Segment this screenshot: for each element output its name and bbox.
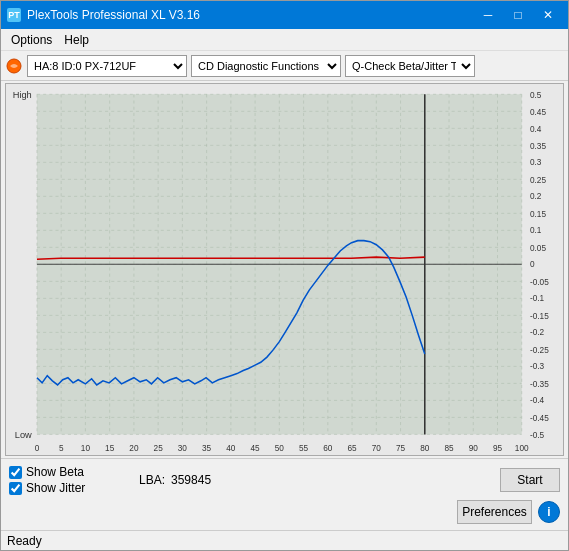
svg-text:20: 20 [129, 444, 139, 453]
test-select[interactable]: Q-Check Beta/Jitter Test [345, 55, 475, 77]
show-jitter-label: Show Jitter [26, 481, 85, 495]
svg-text:15: 15 [105, 444, 115, 453]
checkboxes: Show Beta Show Jitter [9, 465, 119, 495]
svg-text:40: 40 [226, 444, 236, 453]
toolbar: HA:8 ID:0 PX-712UF CD Diagnostic Functio… [1, 51, 568, 81]
svg-text:55: 55 [299, 444, 309, 453]
svg-text:80: 80 [420, 444, 430, 453]
svg-text:0.05: 0.05 [530, 244, 546, 253]
close-button[interactable]: ✕ [534, 5, 562, 25]
svg-text:-0.25: -0.25 [530, 346, 549, 355]
svg-text:70: 70 [372, 444, 382, 453]
svg-text:85: 85 [444, 444, 454, 453]
svg-text:0.2: 0.2 [530, 192, 542, 201]
svg-text:45: 45 [251, 444, 261, 453]
svg-text:-0.2: -0.2 [530, 328, 545, 337]
svg-text:75: 75 [396, 444, 406, 453]
svg-text:95: 95 [493, 444, 503, 453]
title-bar: PT PlexTools Professional XL V3.16 ─ □ ✕ [1, 1, 568, 29]
svg-text:30: 30 [178, 444, 188, 453]
svg-text:-0.1: -0.1 [530, 294, 545, 303]
status-text: Ready [7, 534, 42, 548]
svg-text:5: 5 [59, 444, 64, 453]
main-window: PT PlexTools Professional XL V3.16 ─ □ ✕… [0, 0, 569, 551]
svg-text:100: 100 [515, 444, 529, 453]
svg-text:65: 65 [347, 444, 357, 453]
svg-text:25: 25 [154, 444, 164, 453]
svg-text:-0.4: -0.4 [530, 396, 545, 405]
bottom-row-2: Preferences i [9, 500, 560, 524]
svg-text:-0.45: -0.45 [530, 414, 549, 423]
start-button[interactable]: Start [500, 468, 560, 492]
svg-text:50: 50 [275, 444, 285, 453]
chart-svg: High Low 0.5 0.45 0.4 0.35 0.3 0.25 0.2 … [6, 84, 563, 455]
svg-text:0.1: 0.1 [530, 226, 542, 235]
svg-text:-0.15: -0.15 [530, 312, 549, 321]
svg-text:-0.35: -0.35 [530, 380, 549, 389]
svg-text:0.35: 0.35 [530, 142, 546, 151]
window-title: PlexTools Professional XL V3.16 [27, 8, 474, 22]
drive-select[interactable]: HA:8 ID:0 PX-712UF [27, 55, 187, 77]
show-beta-label: Show Beta [26, 465, 84, 479]
lba-value: 359845 [171, 473, 211, 487]
svg-text:0: 0 [530, 260, 535, 269]
bottom-row-1: Show Beta Show Jitter LBA: 359845 Start [9, 465, 560, 495]
menu-help[interactable]: Help [58, 31, 95, 49]
svg-text:0.45: 0.45 [530, 108, 546, 117]
show-beta-row: Show Beta [9, 465, 119, 479]
svg-text:0: 0 [35, 444, 40, 453]
svg-text:60: 60 [323, 444, 333, 453]
menu-bar: Options Help [1, 29, 568, 51]
svg-text:-0.5: -0.5 [530, 432, 545, 441]
svg-text:0.4: 0.4 [530, 125, 542, 134]
app-icon: PT [7, 8, 21, 22]
show-beta-checkbox[interactable] [9, 466, 22, 479]
function-select[interactable]: CD Diagnostic Functions [191, 55, 341, 77]
svg-text:0.15: 0.15 [530, 210, 546, 219]
svg-text:10: 10 [81, 444, 91, 453]
maximize-button[interactable]: □ [504, 5, 532, 25]
info-button[interactable]: i [538, 501, 560, 523]
svg-text:90: 90 [469, 444, 479, 453]
lba-area: LBA: 359845 [139, 473, 211, 487]
menu-options[interactable]: Options [5, 31, 58, 49]
lba-label: LBA: [139, 473, 165, 487]
show-jitter-row: Show Jitter [9, 481, 119, 495]
preferences-button[interactable]: Preferences [457, 500, 532, 524]
svg-text:-0.3: -0.3 [530, 362, 545, 371]
bottom-panel: Show Beta Show Jitter LBA: 359845 Start … [1, 458, 568, 530]
svg-text:0.25: 0.25 [530, 176, 546, 185]
svg-text:Low: Low [15, 431, 32, 441]
window-controls: ─ □ ✕ [474, 5, 562, 25]
svg-text:High: High [13, 90, 32, 100]
svg-text:0.5: 0.5 [530, 91, 542, 100]
chart-area: High Low 0.5 0.45 0.4 0.35 0.3 0.25 0.2 … [5, 83, 564, 456]
minimize-button[interactable]: ─ [474, 5, 502, 25]
svg-text:35: 35 [202, 444, 212, 453]
drive-icon [5, 57, 23, 75]
button-area: Start [500, 468, 560, 492]
svg-text:0.3: 0.3 [530, 158, 542, 167]
status-bar: Ready [1, 530, 568, 550]
show-jitter-checkbox[interactable] [9, 482, 22, 495]
svg-text:-0.05: -0.05 [530, 278, 549, 287]
